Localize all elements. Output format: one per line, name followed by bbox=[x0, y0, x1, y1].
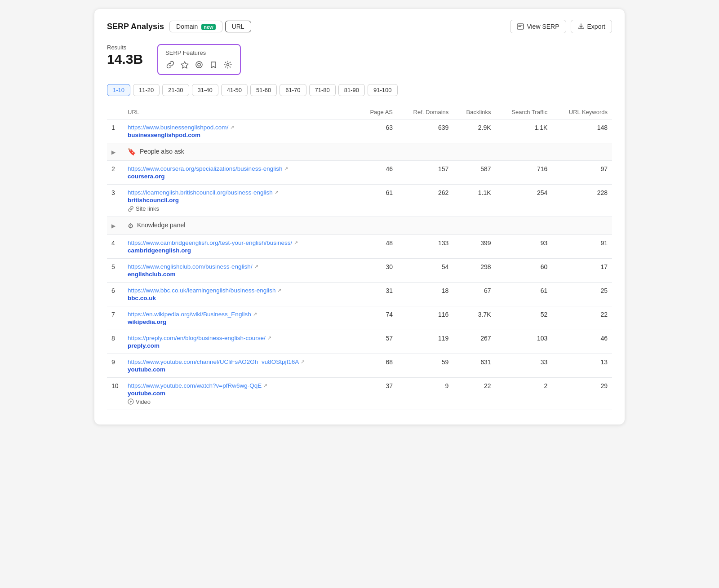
table-row: 10 https://www.youtube.com/watch?v=pfRw6… bbox=[107, 377, 612, 410]
domain-badge: new bbox=[201, 24, 215, 30]
row-page-as: 61 bbox=[357, 185, 397, 217]
row-num: 1 bbox=[107, 119, 123, 143]
row-url-link[interactable]: https://www.youtube.com/watch?v=pfRw6wg-… bbox=[128, 382, 353, 389]
row-url-link[interactable]: https://en.wikipedia.org/wiki/Business_E… bbox=[128, 311, 353, 318]
external-link-icon: ↗ bbox=[230, 124, 234, 130]
row-backlinks: 2.9K bbox=[453, 119, 495, 143]
serp-star-icon[interactable] bbox=[180, 60, 190, 70]
row-domain: wikipedia.org bbox=[128, 318, 353, 325]
page-btn-6[interactable]: 51-60 bbox=[250, 84, 277, 96]
row-backlinks: 399 bbox=[453, 234, 495, 258]
export-button[interactable]: Export bbox=[571, 20, 612, 33]
row-url-keywords: 25 bbox=[552, 282, 612, 306]
row-domain: coursera.org bbox=[128, 173, 353, 180]
header-right: View SERP Export bbox=[510, 20, 612, 33]
sub-feature-video: Video bbox=[128, 398, 353, 405]
row-domain: britishcouncil.org bbox=[128, 197, 353, 203]
row-num: 5 bbox=[107, 258, 123, 282]
expand-icon[interactable]: ▶ bbox=[111, 149, 115, 155]
row-url-link[interactable]: https://www.bbc.co.uk/learningenglish/bu… bbox=[128, 287, 353, 294]
row-domain: preply.com bbox=[128, 342, 353, 349]
export-icon bbox=[577, 23, 585, 30]
row-page-as: 30 bbox=[357, 258, 397, 282]
row-search-traffic: 52 bbox=[496, 306, 552, 330]
results-value: 14.3B bbox=[107, 52, 143, 67]
table-row: 2 https://www.coursera.org/specializatio… bbox=[107, 161, 612, 185]
row-backlinks: 631 bbox=[453, 354, 495, 377]
row-url-link[interactable]: https://learnenglish.britishcouncil.org/… bbox=[128, 189, 353, 196]
serp-features-box: SERP Features bbox=[157, 44, 241, 75]
col-url: URL bbox=[123, 105, 357, 119]
row-domain: cambridgeenglish.org bbox=[128, 247, 353, 254]
page-btn-4[interactable]: 31-40 bbox=[192, 84, 218, 96]
play-sub-icon bbox=[128, 398, 134, 405]
results-table-wrap: URL Page AS Ref. Domains Backlinks Searc… bbox=[107, 105, 612, 410]
table-row: 4 https://www.cambridgeenglish.org/test-… bbox=[107, 234, 612, 258]
row-backlinks: 3.7K bbox=[453, 306, 495, 330]
page-btn-3[interactable]: 21-30 bbox=[162, 84, 189, 96]
serp-target-icon[interactable] bbox=[194, 60, 204, 70]
row-ref-domains: 9 bbox=[397, 377, 453, 410]
page-btn-10[interactable]: 91-100 bbox=[368, 84, 397, 96]
row-url-link[interactable]: https://www.englishclub.com/business-eng… bbox=[128, 263, 353, 270]
external-link-icon: ↗ bbox=[267, 335, 271, 341]
row-url-cell: https://www.businessenglishpod.com/ ↗ bu… bbox=[123, 119, 357, 143]
row-num: 7 bbox=[107, 306, 123, 330]
page-btn-2[interactable]: 11-20 bbox=[133, 84, 160, 96]
row-num: 6 bbox=[107, 282, 123, 306]
page-btn-5[interactable]: 41-50 bbox=[221, 84, 248, 96]
feature-row-people-also-ask: ▶ 🔖 People also ask bbox=[107, 143, 612, 161]
row-search-traffic: 254 bbox=[496, 185, 552, 217]
expand-icon[interactable]: ▶ bbox=[111, 223, 115, 229]
row-num: 2 bbox=[107, 161, 123, 185]
row-ref-domains: 639 bbox=[397, 119, 453, 143]
tab-domain[interactable]: Domain new bbox=[169, 21, 222, 32]
page-title: SERP Analysis bbox=[107, 22, 164, 31]
row-url-link[interactable]: https://www.cambridgeenglish.org/test-yo… bbox=[128, 239, 353, 246]
tab-group: Domain new URL bbox=[169, 21, 251, 32]
row-ref-domains: 59 bbox=[397, 354, 453, 377]
page-btn-7[interactable]: 61-70 bbox=[280, 84, 306, 96]
results-row: Results 14.3B SERP Features bbox=[107, 44, 612, 75]
page-btn-1[interactable]: 1-10 bbox=[107, 84, 130, 96]
row-url-link[interactable]: https://preply.com/en/blog/business-engl… bbox=[128, 335, 353, 341]
view-serp-button[interactable]: View SERP bbox=[510, 20, 566, 33]
row-search-traffic: 2 bbox=[496, 377, 552, 410]
serp-gear-icon[interactable] bbox=[223, 60, 233, 70]
tab-url[interactable]: URL bbox=[225, 21, 251, 32]
row-backlinks: 22 bbox=[453, 377, 495, 410]
row-url-link[interactable]: https://www.coursera.org/specializations… bbox=[128, 165, 353, 172]
row-url-keywords: 29 bbox=[552, 377, 612, 410]
row-backlinks: 267 bbox=[453, 330, 495, 354]
row-page-as: 74 bbox=[357, 306, 397, 330]
row-url-link[interactable]: https://www.youtube.com/channel/UCliFsAO… bbox=[128, 358, 353, 365]
serp-bookmark-icon[interactable] bbox=[209, 60, 218, 70]
row-ref-domains: 262 bbox=[397, 185, 453, 217]
external-link-icon: ↗ bbox=[284, 166, 288, 172]
col-search-traffic: Search Traffic bbox=[496, 105, 552, 119]
row-num: 4 bbox=[107, 234, 123, 258]
row-url-cell: https://learnenglish.britishcouncil.org/… bbox=[123, 185, 357, 217]
row-url-keywords: 97 bbox=[552, 161, 612, 185]
link-sub-icon bbox=[128, 206, 134, 212]
page-btn-8[interactable]: 71-80 bbox=[309, 84, 336, 96]
row-url-cell: https://www.youtube.com/watch?v=pfRw6wg-… bbox=[123, 377, 357, 410]
row-ref-domains: 119 bbox=[397, 330, 453, 354]
row-backlinks: 298 bbox=[453, 258, 495, 282]
external-link-icon: ↗ bbox=[254, 264, 258, 270]
row-num: 9 bbox=[107, 354, 123, 377]
row-page-as: 48 bbox=[357, 234, 397, 258]
serp-features-label: SERP Features bbox=[165, 49, 233, 56]
row-url-cell: https://www.bbc.co.uk/learningenglish/bu… bbox=[123, 282, 357, 306]
results-table: URL Page AS Ref. Domains Backlinks Searc… bbox=[107, 105, 612, 410]
external-link-icon: ↗ bbox=[277, 287, 281, 293]
svg-marker-1 bbox=[181, 62, 188, 68]
row-url-link[interactable]: https://www.businessenglishpod.com/ ↗ bbox=[128, 124, 353, 131]
row-url-cell: https://www.coursera.org/specializations… bbox=[123, 161, 357, 185]
serp-link-icon[interactable] bbox=[165, 60, 175, 70]
page-btn-9[interactable]: 81-90 bbox=[338, 84, 365, 96]
row-backlinks: 67 bbox=[453, 282, 495, 306]
row-url-cell: https://en.wikipedia.org/wiki/Business_E… bbox=[123, 306, 357, 330]
row-domain: youtube.com bbox=[128, 366, 353, 373]
results-label: Results bbox=[107, 44, 143, 51]
